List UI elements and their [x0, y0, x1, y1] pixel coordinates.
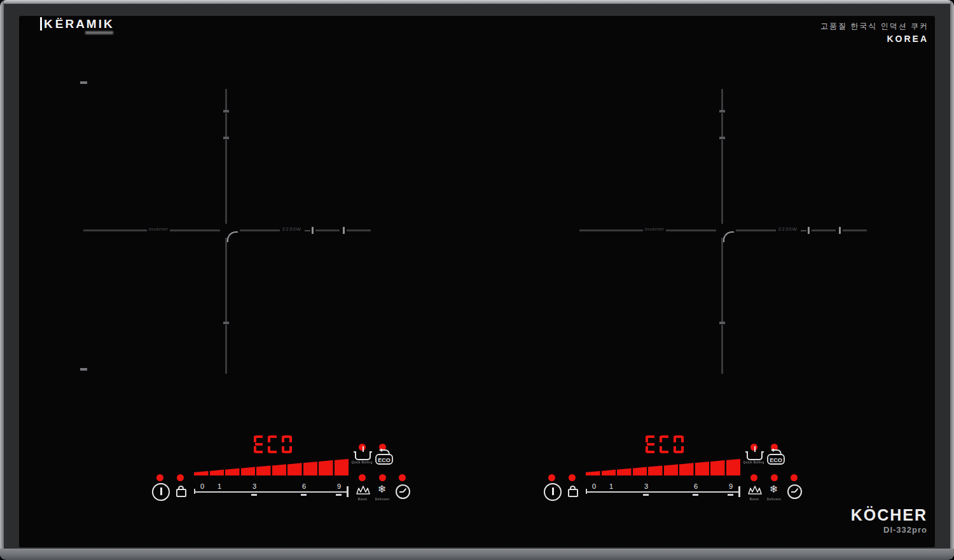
quick-boiling-label: Quick Boiling [349, 460, 376, 463]
country-label: KOREA [820, 34, 929, 44]
power-slider-wedge[interactable] [586, 458, 742, 475]
quick-boiling-icon [747, 452, 763, 460]
scale-number: 1 [605, 482, 618, 490]
svg-text:ECO: ECO [378, 457, 391, 463]
scale-line [586, 491, 740, 493]
cooktop-frame [0, 0, 954, 560]
scale-underline [301, 494, 307, 496]
lock-icon [176, 489, 186, 497]
scale-number: 0 [196, 482, 209, 490]
header-right: 고품질 한국식 인덕션 쿠커 KOREA [820, 21, 929, 44]
brand-tagline [85, 31, 113, 34]
scale-number: 3 [248, 482, 261, 490]
frame-edge-right [950, 0, 954, 560]
scale-underline [643, 494, 649, 496]
timer-indicator-dot [791, 474, 798, 481]
frame-edge-left [0, 0, 4, 560]
glass-alignment-mark [80, 368, 87, 371]
scale-number: 3 [640, 482, 653, 490]
scale-tick-end [347, 486, 349, 497]
scale-number: 9 [333, 482, 345, 490]
clock-icon [787, 484, 802, 499]
logo-k-mark: K [40, 17, 55, 31]
frame-edge-top [0, 0, 954, 4]
power-indicator-dot [156, 474, 163, 481]
power-level-display [646, 435, 684, 453]
lock-indicator-dot [177, 474, 184, 481]
glass-alignment-mark [80, 81, 87, 84]
korean-tagline: 고품질 한국식 인덕션 쿠커 [820, 21, 929, 32]
power-icon [152, 483, 170, 501]
model-number: DI-332pro [851, 525, 927, 535]
defrost-indicator-dot [379, 474, 386, 481]
lock-indicator-dot [569, 474, 576, 481]
power-level-display [254, 435, 292, 453]
eco-mode-icon: ECO [765, 449, 785, 468]
snowflake-icon: ❄ [378, 483, 386, 495]
power-slider-scale[interactable]: 0 1 3 6 9 [194, 482, 350, 497]
control-panel-left: 0 1 3 6 9 Quick Boiling ECO [146, 432, 413, 505]
power-slider-scale[interactable]: 0 1 3 6 9 [586, 482, 742, 497]
scale-underline [728, 494, 733, 496]
frame-edge-bottom [0, 549, 954, 560]
scale-number: 1 [213, 482, 226, 490]
boost-indicator-dot [359, 474, 366, 481]
scale-number: 0 [588, 482, 600, 490]
scale-underline [251, 494, 257, 496]
defrost-indicator-dot [771, 474, 778, 481]
snowflake-icon: ❄ [770, 483, 778, 495]
scale-tick-end [738, 486, 740, 497]
scale-underline [693, 494, 698, 496]
power-indicator-dot [548, 474, 555, 481]
boost-indicator-dot [750, 474, 757, 481]
scale-line [194, 491, 348, 493]
lock-icon [568, 489, 578, 497]
svg-text:ECO: ECO [770, 457, 782, 463]
scale-number: 6 [689, 482, 702, 490]
kocher-logo: KÖCHER [851, 506, 927, 524]
scale-number: 6 [298, 482, 310, 490]
footer-brand: KÖCHER DI-332pro [851, 506, 927, 535]
boost-icon [356, 485, 371, 498]
scale-underline [336, 494, 342, 496]
defrost-label: Defrozen [761, 497, 788, 500]
scale-number: 9 [724, 482, 737, 490]
eco-mode-icon: ECO [373, 449, 394, 468]
timer-indicator-dot [399, 474, 406, 481]
boost-icon [747, 485, 763, 498]
quick-boiling-icon [355, 452, 371, 460]
control-panel-right: 0 1 3 6 9 Quick Boiling ECO [538, 432, 805, 505]
keramik-logo: KËRAMIK [40, 17, 114, 31]
logo-text: ËRAMIK [55, 17, 114, 31]
power-slider-wedge[interactable] [194, 458, 350, 475]
power-icon [544, 483, 562, 501]
clock-icon [396, 484, 410, 499]
quick-boiling-label: Quick Boiling [740, 460, 768, 463]
defrost-label: Defrozen [369, 497, 396, 500]
